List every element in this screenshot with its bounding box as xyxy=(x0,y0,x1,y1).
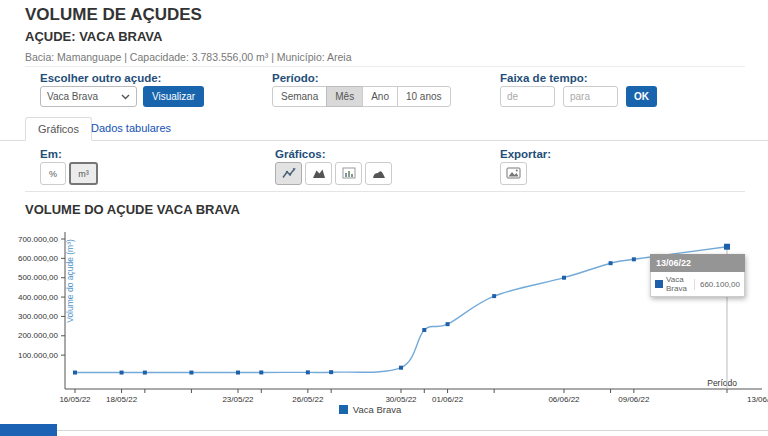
data-point-marker[interactable] xyxy=(306,370,310,374)
tooltip-date: 13/06/22 xyxy=(650,254,745,272)
y-tick-label: 200.000,00 xyxy=(18,331,59,340)
period-semana-button[interactable]: Semana xyxy=(272,86,327,107)
data-point-marker[interactable] xyxy=(492,294,496,298)
unit-m3-button[interactable]: m³ xyxy=(69,162,98,185)
line-chart-button[interactable] xyxy=(275,162,302,185)
series-line xyxy=(75,247,727,373)
footer-divider xyxy=(57,430,768,431)
series-color-swatch xyxy=(655,280,663,288)
x-tick-label: 26/05/22 xyxy=(292,395,324,404)
tab-dados-tabulares[interactable]: Dados tabulares xyxy=(79,117,183,141)
column-chart-icon xyxy=(342,167,356,181)
x-tick-label: 18/05/22 xyxy=(106,395,138,404)
y-tick-label: 600.000,00 xyxy=(18,254,59,263)
dam-select-value: Vaca Brava xyxy=(47,91,98,102)
area-spline-chart-button[interactable] xyxy=(365,162,392,185)
data-point-marker[interactable] xyxy=(562,276,566,280)
data-point-marker[interactable] xyxy=(236,371,240,375)
y-axis-title: Volume do açude (m³) xyxy=(65,239,75,323)
period-button-group: Semana Mês Ano 10 anos xyxy=(272,86,451,107)
view-button[interactable]: Visualizar xyxy=(143,86,204,107)
area-spline-chart-icon xyxy=(372,167,386,181)
period-ano-button[interactable]: Ano xyxy=(362,86,398,107)
legend-series-label: Vaca Brava xyxy=(353,404,401,415)
y-tick-label: 300.000,00 xyxy=(18,312,59,321)
y-tick-label: 700.000,00 xyxy=(18,235,59,244)
period-label: Período: xyxy=(272,72,319,84)
column-chart-button[interactable] xyxy=(335,162,362,185)
x-tick-label: 30/05/22 xyxy=(385,395,417,404)
volume-de-acudes-page: VOLUME DE AÇUDES AÇUDE: VACA BRAVA Bacia… xyxy=(0,0,768,436)
data-point-marker[interactable] xyxy=(399,366,403,370)
divider xyxy=(25,191,745,192)
y-tick-label: 100.000,00 xyxy=(18,351,59,360)
data-point-marker[interactable] xyxy=(446,322,450,326)
data-point-marker[interactable] xyxy=(724,244,730,250)
tooltip-separator xyxy=(694,279,695,290)
legend-color-swatch xyxy=(339,405,348,414)
data-point-marker[interactable] xyxy=(422,328,426,332)
page-title: VOLUME DE AÇUDES xyxy=(25,5,202,25)
x-tick-label: 16/05/22 xyxy=(59,395,91,404)
data-point-marker[interactable] xyxy=(73,371,77,375)
unit-percent-button[interactable]: % xyxy=(40,162,66,185)
data-point-marker[interactable] xyxy=(143,371,147,375)
data-point-marker[interactable] xyxy=(189,371,193,375)
data-point-marker[interactable] xyxy=(632,257,636,261)
choose-dam-label: Escolher outro açude: xyxy=(40,72,161,84)
data-point-marker[interactable] xyxy=(259,370,263,374)
chevron-down-icon xyxy=(121,91,130,102)
area-chart-button[interactable] xyxy=(305,162,332,185)
range-to-input[interactable] xyxy=(563,86,618,107)
data-point-marker[interactable] xyxy=(120,371,124,375)
area-chart-icon xyxy=(312,167,326,181)
line-chart-icon xyxy=(282,167,296,181)
divider xyxy=(25,66,745,67)
x-tick-label: 01/06/22 xyxy=(432,395,464,404)
tooltip-series-name: Vaca Brava xyxy=(666,275,689,293)
tooltip-value: 660.100,00 xyxy=(700,280,740,289)
range-from-input[interactable] xyxy=(500,86,555,107)
dam-info-line: Bacia: Mamanguape | Capacidade: 3.783.55… xyxy=(25,51,351,63)
y-tick-label: 400.000,00 xyxy=(18,293,59,302)
export-image-button[interactable] xyxy=(500,162,527,185)
unit-label: Em: xyxy=(40,148,62,160)
x-tick-label: 13/06/22 xyxy=(747,395,768,404)
chart-tooltip: 13/06/22 Vaca Brava 660.100,00 xyxy=(650,254,745,297)
time-range-label: Faixa de tempo: xyxy=(500,72,588,84)
x-tick-label: 09/06/22 xyxy=(618,395,650,404)
chart-title: VOLUME DO AÇUDE VACA BRAVA xyxy=(25,202,240,217)
ok-button[interactable]: OK xyxy=(626,86,657,107)
dam-select[interactable]: Vaca Brava xyxy=(40,86,137,107)
x-axis-title: Período xyxy=(707,378,737,388)
chart-legend[interactable]: Vaca Brava xyxy=(0,404,740,415)
tooltip-body: Vaca Brava 660.100,00 xyxy=(650,272,745,297)
y-tick-label: 500.000,00 xyxy=(18,273,59,282)
image-icon xyxy=(506,167,521,181)
chart-types-label: Gráficos: xyxy=(275,148,326,160)
period-mes-button[interactable]: Mês xyxy=(326,86,363,107)
x-tick-label: 23/05/22 xyxy=(222,395,254,404)
data-point-marker[interactable] xyxy=(329,370,333,374)
data-point-marker[interactable] xyxy=(609,261,613,265)
footer-bar xyxy=(0,424,57,436)
dam-subtitle: AÇUDE: VACA BRAVA xyxy=(25,29,162,44)
x-tick-label: 06/06/22 xyxy=(548,395,580,404)
chart-area: 100.000,00200.000,00300.000,00400.000,00… xyxy=(0,224,768,424)
period-10anos-button[interactable]: 10 anos xyxy=(397,86,451,107)
export-label: Exportar: xyxy=(500,148,551,160)
